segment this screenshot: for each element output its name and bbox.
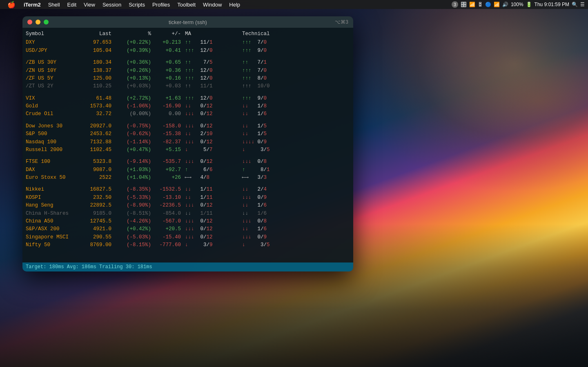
pct: (-8.51%) — [116, 210, 154, 218]
pm: -13.10 — [154, 194, 185, 202]
pm: -567.0 — [154, 218, 185, 225]
ma: ↑ 6/6 — [185, 166, 242, 174]
ma: ↓↓↓ 0/12 — [185, 138, 242, 146]
tech: ↑↑↑ 9/0 — [242, 47, 291, 55]
last: 9087.0 — [83, 166, 116, 174]
header-technical: Technical — [242, 30, 291, 38]
status-bar: Target: 180ms Avg: 186ms Trailing 30: 18… — [22, 262, 353, 271]
menu-scripts[interactable]: Scripts — [125, 0, 148, 9]
symbol: Singapore MSCI — [26, 234, 83, 241]
symbol: S&P/ASX 200 — [26, 225, 83, 233]
table-row: S&P/ASX 200 4921.0 (+0.42%) +20.5 ↓↓↓ 0/… — [26, 225, 350, 233]
pm: -158.0 — [154, 122, 185, 130]
pm: -16.90 — [154, 102, 185, 110]
pm: +26 — [154, 174, 185, 182]
pct: (+0.42%) — [116, 225, 154, 233]
symbol: FTSE 100 — [26, 158, 83, 166]
menubar-right: 3 🎛️ 📶 🎛 🔵 📶 🔊 100% 🔋 Thu 9:01:59 PM 🔍 ☰ — [452, 1, 585, 8]
ma: ↓↓ 1/11 — [185, 210, 242, 218]
menu-view[interactable]: View — [80, 0, 98, 9]
table-row: Nifty 50 8769.00 (-8.15%) -777.60 ↓ 3/9 … — [26, 241, 350, 249]
pm: 0.00 — [154, 110, 185, 118]
pm: +1.63 — [154, 95, 185, 102]
pct: (-0.75%) — [116, 122, 154, 130]
menu-shell[interactable]: Shell — [45, 0, 63, 9]
last: 290.55 — [83, 234, 116, 241]
apple-menu[interactable]: 🍎 — [3, 0, 20, 9]
pct: (-8.90%) — [116, 202, 154, 209]
table-row: Russell 2000 1102.45 (+0.47%) +5.15 ↓ 5/… — [26, 146, 350, 154]
last: 9185.0 — [83, 210, 116, 218]
pct: (+2.72%) — [116, 95, 154, 102]
symbol: Nikkei — [26, 186, 83, 194]
symbol: S&P 500 — [26, 130, 83, 138]
menu-edit[interactable]: Edit — [64, 0, 80, 9]
menu-session[interactable]: Session — [99, 0, 125, 9]
last: 16827.5 — [83, 186, 116, 194]
close-button[interactable] — [27, 20, 32, 24]
symbol: Nasdaq 100 — [26, 138, 83, 146]
pct: (-8.35%) — [116, 186, 154, 194]
pct: (-0.62%) — [116, 130, 154, 138]
ma: ↓↓↓ 0/12 — [185, 225, 242, 233]
tech: ↓↓↓↓ 0/9 — [242, 138, 291, 146]
table-row: Euro Stoxx 50 2522 (+1.04%) +26 ⟵⟶ 4/8 ⟵… — [26, 174, 350, 182]
ma: ↑↑ 7/5 — [185, 59, 242, 67]
ma: ↓ 3/9 — [185, 241, 242, 249]
symbol: Russell 2000 — [26, 146, 83, 154]
table-row: Nikkei 16827.5 (-8.35%) -1532.5 ↓↓ 1/11 … — [26, 186, 350, 194]
search-icon[interactable]: 🔍 — [572, 2, 578, 7]
app-name[interactable]: iTerm2 — [20, 0, 44, 9]
minimize-button[interactable] — [36, 20, 40, 24]
terminal-content[interactable]: Symbol Last % +/- MA Technical DXY 97.65… — [22, 28, 353, 271]
ma: ⟵⟶ 4/8 — [185, 174, 242, 182]
pm: +20.5 — [154, 225, 185, 233]
spacer — [26, 55, 350, 59]
last: 1102.45 — [83, 146, 116, 154]
tech: ↓↓ 2/4 — [242, 186, 291, 194]
pm: -82.37 — [154, 138, 185, 146]
last: 32.72 — [83, 110, 116, 118]
pct: (+1.03%) — [116, 166, 154, 174]
menu-toolbelt[interactable]: Toolbelt — [174, 0, 199, 9]
last: 180.34 — [83, 59, 116, 67]
header-pm: +/- — [154, 30, 185, 38]
control-strip-icon[interactable]: ☰ — [580, 2, 585, 7]
maximize-button[interactable] — [44, 20, 49, 24]
symbol: /ZT US 2Y — [26, 82, 83, 90]
pct: (+0.47%) — [116, 146, 154, 154]
window-title: ticker-term (ssh) — [169, 19, 207, 25]
ma: ↑↑ 11/1 — [185, 39, 242, 47]
tech: ↑↑↑ 10/0 — [242, 82, 291, 90]
table-row: China H-Shares 9185.0 (-8.51%) -854.0 ↓↓… — [26, 210, 350, 218]
spacer — [26, 118, 350, 122]
symbol: /ZF US 5Y — [26, 75, 83, 82]
wifi-icon: 📶 — [494, 2, 500, 7]
table-row: VIX 61.48 (+2.72%) +1.63 ↑↑↑ 12/0 ↑↑↑ 9/… — [26, 95, 350, 102]
last: 61.48 — [83, 95, 116, 102]
last: 97.653 — [83, 39, 116, 47]
tech: ↓↓↓ 0/9 — [242, 194, 291, 202]
tech: ↓↓ 1/5 — [242, 122, 291, 130]
menu-window[interactable]: Window — [200, 0, 225, 9]
pct: (-4.26%) — [116, 218, 154, 225]
header-last: Last — [83, 30, 116, 38]
ma: ↓↓↓ 0/12 — [185, 218, 242, 225]
menu-profiles[interactable]: Profiles — [149, 0, 173, 9]
table-row: USD/JPY 105.04 (+0.39%) +0.41 ↑↑↑ 12/0 ↑… — [26, 47, 350, 55]
bluetooth-icon: 🔵 — [485, 2, 491, 7]
tech: ↓ 3/5 — [242, 146, 291, 154]
menu-help[interactable]: Help — [226, 0, 243, 9]
pm: -15.38 — [154, 130, 185, 138]
menubar-left: 🍎 iTerm2 Shell Edit View Session Scripts… — [3, 0, 243, 9]
ma: ↓↓ 2/10 — [185, 130, 242, 138]
last: 4921.0 — [83, 225, 116, 233]
table-row: Gold 1573.40 (-1.06%) -16.90 ↓↓ 0/12 ↓↓ … — [26, 102, 350, 110]
symbol: Hang Seng — [26, 202, 83, 209]
symbol: /ZB US 30Y — [26, 59, 83, 67]
last: 232.50 — [83, 194, 116, 202]
ma: ↓↓↓ 0/12 — [185, 202, 242, 209]
table-row: DXY 97.653 (+0.22%) +0.213 ↑↑ 11/1 ↑↑↑ 7… — [26, 39, 350, 47]
last: 125.00 — [83, 75, 116, 82]
table-row: Crude Oil 32.72 (0.00%) 0.00 ↓↓↓ 0/12 ↓↓… — [26, 110, 350, 118]
